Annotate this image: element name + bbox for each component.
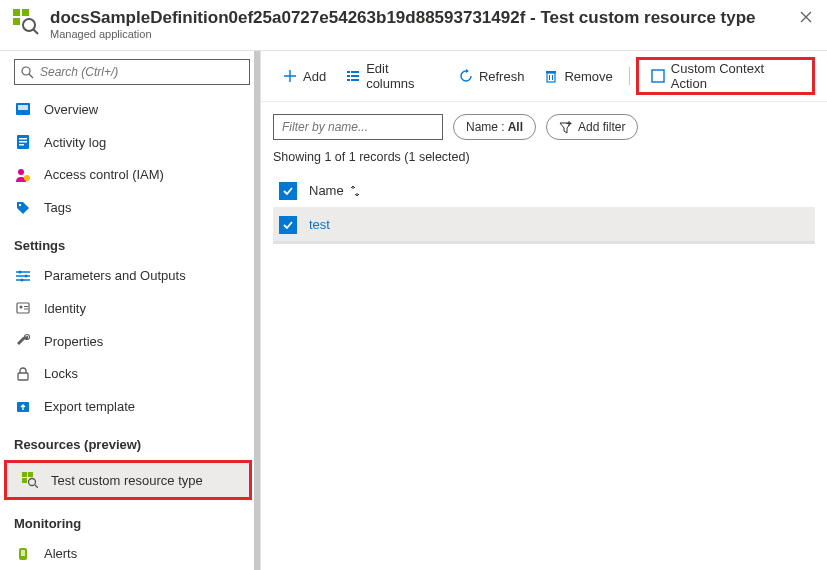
- sidebar-item-label: Activity log: [44, 135, 106, 150]
- sidebar-item-overview[interactable]: Overview: [0, 93, 260, 126]
- svg-point-14: [24, 175, 30, 181]
- sidebar-search[interactable]: [14, 59, 250, 85]
- svg-rect-40: [347, 79, 350, 81]
- add-icon: [283, 69, 297, 83]
- sidebar-item-label: Tags: [44, 200, 71, 215]
- svg-rect-8: [18, 105, 28, 110]
- properties-icon: [14, 332, 32, 350]
- export-template-icon: [14, 398, 32, 416]
- search-icon: [21, 66, 34, 79]
- page-subtitle: Managed application: [50, 28, 789, 40]
- sidebar-item-export-template[interactable]: Export template: [0, 390, 260, 423]
- svg-rect-35: [21, 550, 25, 556]
- add-filter-button[interactable]: Add filter: [546, 114, 638, 140]
- close-icon[interactable]: [797, 8, 815, 26]
- svg-rect-46: [652, 70, 664, 82]
- sidebar-item-access-control[interactable]: Access control (IAM): [0, 159, 260, 192]
- table-row[interactable]: test: [273, 208, 815, 244]
- highlight-custom-action: Custom Context Action: [636, 57, 815, 95]
- svg-rect-12: [19, 144, 24, 146]
- sidebar-item-label: Alerts: [44, 546, 77, 561]
- sidebar-heading-monitoring: Monitoring: [0, 502, 260, 537]
- sidebar-item-label: Identity: [44, 301, 86, 316]
- remove-icon: [544, 69, 558, 83]
- svg-rect-25: [24, 309, 28, 310]
- svg-point-15: [19, 204, 21, 206]
- refresh-icon: [459, 69, 473, 83]
- svg-rect-42: [547, 73, 555, 82]
- svg-point-21: [21, 278, 24, 281]
- name-filter-pill[interactable]: Name : All: [453, 114, 536, 140]
- sidebar-heading-resources: Resources (preview): [0, 423, 260, 458]
- svg-rect-43: [546, 71, 556, 73]
- svg-rect-30: [28, 472, 33, 477]
- sidebar-item-alerts[interactable]: Alerts: [0, 537, 260, 570]
- alerts-icon: [14, 545, 32, 563]
- toolbar-separator: [629, 67, 630, 85]
- sidebar-item-identity[interactable]: Identity: [0, 292, 260, 325]
- add-filter-icon: [559, 121, 572, 134]
- sidebar-item-label: Overview: [44, 102, 98, 117]
- svg-point-5: [22, 67, 30, 75]
- sidebar-item-locks[interactable]: Locks: [0, 358, 260, 391]
- sidebar-item-test-custom-resource-type[interactable]: Test custom resource type: [7, 463, 249, 497]
- identity-icon: [14, 299, 32, 317]
- svg-point-13: [18, 169, 24, 175]
- svg-line-6: [29, 74, 33, 78]
- column-header-name[interactable]: Name: [309, 183, 360, 198]
- svg-rect-29: [22, 472, 27, 477]
- search-input[interactable]: [40, 65, 243, 79]
- svg-rect-2: [13, 18, 20, 25]
- toolbar: Add Edit columns Refresh Remove: [261, 51, 827, 102]
- svg-rect-11: [19, 141, 27, 143]
- svg-point-23: [20, 306, 23, 309]
- svg-rect-24: [24, 306, 28, 307]
- sidebar-item-properties[interactable]: Properties: [0, 325, 260, 358]
- sidebar-item-parameters-outputs[interactable]: Parameters and Outputs: [0, 259, 260, 292]
- activity-log-icon: [14, 133, 32, 151]
- parameters-icon: [14, 267, 32, 285]
- resource-table: Name test: [261, 174, 827, 244]
- page-header: docsSampleDefinition0ef25a0727e54263b19d…: [0, 0, 827, 51]
- svg-point-32: [29, 479, 36, 486]
- row-checkbox[interactable]: [279, 216, 297, 234]
- table-header: Name: [273, 174, 815, 208]
- sort-icon: [350, 185, 360, 197]
- svg-rect-0: [13, 9, 20, 16]
- svg-line-33: [35, 485, 38, 488]
- svg-line-4: [33, 29, 38, 34]
- filter-by-name-input[interactable]: [273, 114, 443, 140]
- sidebar-item-label: Export template: [44, 399, 135, 414]
- svg-rect-10: [19, 138, 27, 140]
- svg-rect-1: [22, 9, 29, 16]
- add-button[interactable]: Add: [273, 62, 336, 90]
- sidebar: Overview Activity log Access control (IA…: [0, 51, 261, 570]
- svg-rect-31: [22, 478, 27, 483]
- tags-icon: [14, 199, 32, 217]
- records-count: Showing 1 of 1 records (1 selected): [261, 150, 827, 174]
- custom-context-action-button[interactable]: Custom Context Action: [641, 62, 810, 90]
- svg-rect-38: [347, 75, 350, 77]
- access-control-icon: [14, 166, 32, 184]
- refresh-button[interactable]: Refresh: [449, 62, 535, 90]
- remove-button[interactable]: Remove: [534, 62, 622, 90]
- sidebar-item-label: Parameters and Outputs: [44, 268, 186, 283]
- select-all-checkbox[interactable]: [279, 182, 297, 200]
- svg-point-20: [25, 274, 28, 277]
- sidebar-item-activity-log[interactable]: Activity log: [0, 126, 260, 159]
- overview-icon: [14, 100, 32, 118]
- sidebar-item-tags[interactable]: Tags: [0, 191, 260, 224]
- svg-rect-37: [351, 71, 359, 73]
- resource-icon: [12, 8, 40, 36]
- row-name-link[interactable]: test: [309, 217, 330, 232]
- edit-columns-button[interactable]: Edit columns: [336, 62, 449, 90]
- sidebar-item-label: Locks: [44, 366, 78, 381]
- highlight-resources: Test custom resource type: [4, 460, 252, 500]
- page-title: docsSampleDefinition0ef25a0727e54263b19d…: [50, 8, 789, 28]
- custom-resource-icon: [21, 471, 39, 489]
- edit-columns-icon: [346, 69, 360, 83]
- main-content: Add Edit columns Refresh Remove: [261, 51, 827, 570]
- custom-action-icon: [651, 69, 665, 83]
- svg-point-19: [19, 270, 22, 273]
- filters-row: Name : All Add filter: [261, 102, 827, 150]
